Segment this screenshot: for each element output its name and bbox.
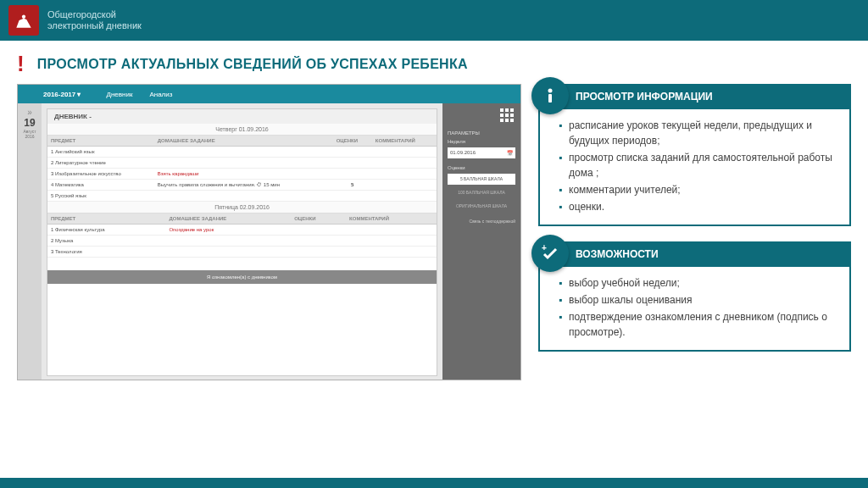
table-row: 4 МатематикаВыучить правила сложения и в… [47,180,437,191]
info-block-features: + ВОЗМОЖНОСТИ выбор учебной недели;выбор… [538,241,851,352]
list-item: подтверждение ознакомления с дневником (… [559,309,839,340]
support-link[interactable]: Связь с техподдержкой [448,219,515,224]
svg-text:+: + [542,243,547,252]
week-date-input[interactable]: 01.09.2016📅 [448,147,515,158]
table-row: 3 Изобразительное искусствоВзять каранда… [47,169,437,180]
diary-header: ДНЕВНИК - [47,109,437,124]
year-selector[interactable]: 2016-2017 ▾ [43,91,81,98]
table-row: 1 Физическая культураОпоздание на урок [47,225,437,236]
table-row: 5 Русский язык [47,191,437,202]
diary-screenshot: 2016-2017 ▾ Дневник Анализ » 19 Август 2… [17,84,521,380]
confirm-button[interactable]: Я ознакомлен(а) с дневником [47,270,437,284]
info-block-view: ПРОСМОТР ИНФОРМАЦИИ расписание уроков те… [538,84,851,226]
page-title-row: ! ПРОСМОТР АКТУАЛЬНЫХ СВЕДЕНИЙ ОБ УСПЕХА… [0,41,868,84]
bottom-bar [0,478,868,488]
list-item: выбор учебной недели; [559,275,839,291]
moscow-crest-icon [8,5,39,36]
info-icon [531,77,569,114]
table-row: 3 Технология [47,247,437,258]
top-header: Общегородской электронный дневник [0,0,868,41]
nav-diary[interactable]: Дневник [106,91,132,98]
list-item: оценки. [559,199,839,214]
day2-header: Пятница 02.09.2016 [47,202,437,214]
list-item: комментарии учителей; [559,182,839,197]
date-sidebar: » 19 Август 2016 [18,103,42,380]
params-panel: ПАРАМЕТРЫ Неделя 01.09.2016📅 Оценки 5 БА… [442,103,520,380]
grid-icon[interactable] [500,108,515,124]
scale-orig[interactable]: ОРИГИНАЛЬНАЯ ШКАЛА [448,201,515,212]
exclamation-icon: ! [17,51,25,77]
scale-5[interactable]: 5 БАЛЛЬНАЯ ШКАЛА [448,174,515,185]
svg-rect-1 [548,94,552,103]
day2-table: ПРЕДМЕТДОМАШНЕЕ ЗАДАНИЕОЦЕНКИКОММЕНТАРИЙ… [47,214,437,258]
header-title: Общегородской электронный дневник [47,9,142,31]
nav-analysis[interactable]: Анализ [149,91,172,98]
svg-point-0 [548,89,553,93]
info-header-2: ВОЗМОЖНОСТИ [538,241,851,267]
list-item: выбор шкалы оценивания [559,292,839,308]
day1-header: Четверг 01.09.2016 [47,124,437,136]
table-row: 1 Английский язык [47,147,437,158]
info-header-1: ПРОСМОТР ИНФОРМАЦИИ [538,84,851,109]
list-item: просмотр списка заданий для самостоятель… [559,150,839,180]
scale-100[interactable]: 100 БАЛЛЬНАЯ ШКАЛА [448,187,515,198]
table-row: 2 Литературное чтение [47,158,437,169]
calendar-icon: 📅 [507,150,513,156]
check-plus-icon: + [531,235,569,272]
page-title: ПРОСМОТР АКТУАЛЬНЫХ СВЕДЕНИЙ ОБ УСПЕХАХ … [37,57,468,72]
list-item: расписание уроков текущей недели, предыд… [559,118,839,148]
table-row: 2 Музыка [47,236,437,247]
day1-table: ПРЕДМЕТДОМАШНЕЕ ЗАДАНИЕОЦЕНКИКОММЕНТАРИЙ… [47,136,437,202]
